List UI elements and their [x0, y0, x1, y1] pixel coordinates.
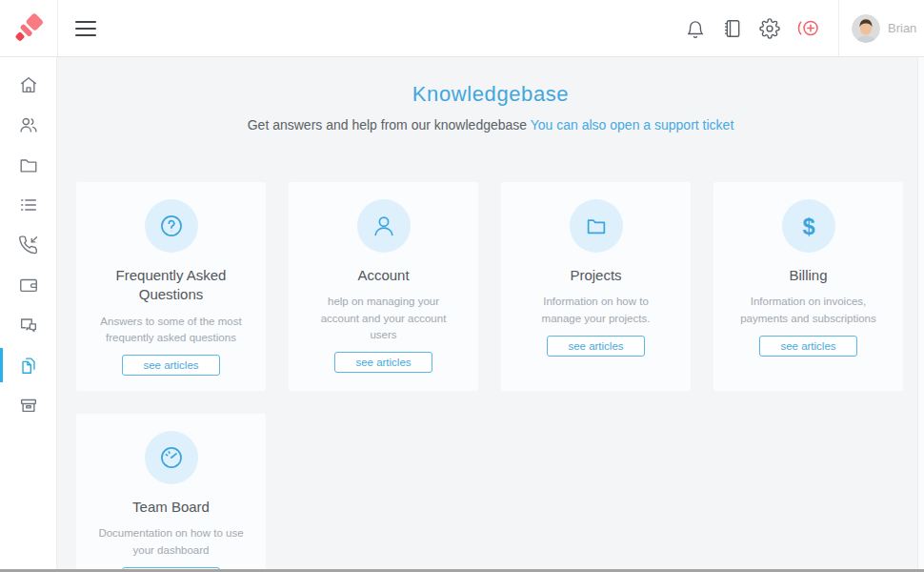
notebook-icon[interactable] [722, 18, 743, 39]
card-projects: Projects Information on how to manage yo… [501, 182, 691, 391]
incoming-call-icon [18, 235, 39, 255]
card-billing: $ Billing Information on invoices, payme… [713, 182, 903, 391]
person-icon [357, 199, 411, 253]
sidebar [0, 57, 57, 572]
sidebar-item-contacts[interactable] [0, 105, 56, 145]
card-description: Documentation on how to use your dashboa… [90, 525, 252, 559]
support-ticket-link[interactable]: You can also open a support ticket [531, 117, 734, 133]
user-avatar [852, 14, 880, 43]
card-description: help on managing your account and your a… [302, 294, 465, 343]
chat-icon [18, 315, 39, 336]
top-bar: Brian [0, 0, 924, 57]
contacts-icon [18, 114, 39, 135]
page-subtitle: Get answers and help from our knowledgeb… [57, 117, 924, 133]
wallet-icon [18, 275, 39, 296]
user-name: Brian [888, 21, 916, 35]
card-title: Frequently Asked Questions [90, 266, 252, 305]
folder-icon [18, 154, 39, 175]
sidebar-item-calls[interactable] [0, 225, 56, 265]
card-grid: Frequently Asked Questions Answers to so… [57, 182, 924, 572]
settings-gear-icon[interactable] [759, 18, 780, 39]
hamburger-menu-icon[interactable] [75, 21, 96, 36]
card-title: Projects [514, 266, 677, 285]
dollar-icon: $ [782, 199, 835, 253]
see-articles-button[interactable]: see articles [334, 352, 432, 373]
card-team-board: Team Board Documentation on how to use y… [76, 414, 266, 572]
brand-logo[interactable] [0, 0, 58, 56]
see-articles-button[interactable]: see articles [759, 336, 856, 357]
svg-text:$: $ [802, 214, 814, 239]
sidebar-item-payments[interactable] [0, 265, 56, 305]
quick-add-icon[interactable] [796, 17, 821, 39]
scrollbar-track[interactable] [917, 57, 924, 569]
card-title: Account [302, 266, 465, 285]
sidebar-item-home[interactable] [0, 65, 56, 105]
sidebar-item-tasks[interactable] [0, 185, 56, 225]
sidebar-item-messages[interactable] [0, 305, 56, 345]
main-content: Knowledgebase Get answers and help from … [57, 57, 924, 572]
page-title: Knowledgebase [57, 82, 924, 107]
card-description: Answers to some of the most frequently a… [90, 314, 252, 347]
card-faq: Frequently Asked Questions Answers to so… [76, 182, 266, 391]
see-articles-button[interactable]: see articles [547, 336, 644, 357]
sidebar-item-projects[interactable] [0, 145, 56, 185]
user-menu[interactable]: Brian [838, 0, 924, 56]
card-account: Account help on managing your account an… [289, 182, 478, 391]
card-title: Team Board [90, 498, 252, 517]
top-actions [685, 17, 821, 39]
brand-logo-icon [12, 12, 45, 45]
see-articles-button[interactable]: see articles [122, 355, 219, 376]
sidebar-item-archive[interactable] [0, 385, 56, 425]
archive-box-icon [18, 395, 39, 416]
card-title: Billing [727, 266, 890, 285]
subtitle-text: Get answers and help from our knowledgeb… [248, 117, 527, 133]
app-window: Brian [0, 0, 924, 572]
notifications-bell-icon[interactable] [685, 18, 706, 39]
task-list-icon [18, 194, 39, 215]
card-description: Information on how to manage your projec… [514, 294, 677, 327]
sidebar-item-knowledgebase[interactable] [0, 345, 56, 385]
knowledgebase-pages-icon [18, 355, 39, 376]
folder-icon [570, 199, 623, 253]
home-icon [18, 74, 39, 95]
dashboard-gauge-icon [145, 431, 198, 484]
card-description: Information on invoices, payments and su… [727, 294, 890, 327]
question-mark-icon [145, 199, 198, 253]
